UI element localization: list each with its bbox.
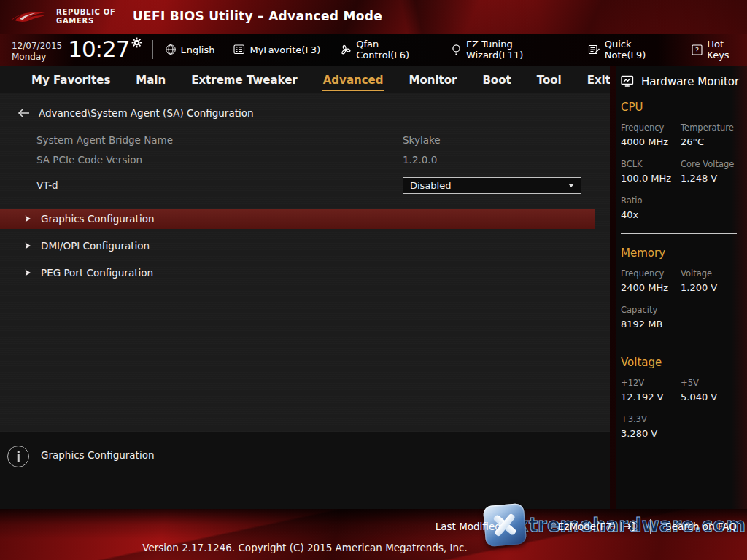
quick-note-button[interactable]: Quick Note(F9) — [588, 39, 673, 61]
myfavorite-label: MyFavorite(F3) — [249, 44, 320, 55]
vt-d-selected-value: Disabled — [410, 180, 451, 191]
sidebar-divider — [621, 343, 737, 343]
readout-memory-capacity: Capacity 8192 MB — [621, 305, 681, 330]
footer: Last Modified EzMode(F7) Search on FAQ V… — [0, 509, 747, 560]
quick-note-label: Quick Note(F9) — [605, 39, 673, 61]
submenu-graphics-configuration[interactable]: Graphics Configuration — [0, 209, 595, 229]
language-label: English — [181, 44, 215, 55]
language-button[interactable]: English — [165, 44, 215, 55]
svg-text:?: ? — [695, 46, 699, 54]
field-label: VT-d — [36, 179, 58, 191]
readout-cpu-frequency: Frequency 4000 MHz — [621, 122, 681, 147]
info-icon — [7, 446, 29, 467]
field-sa-bridge-name: System Agent Bridge Name Skylake — [0, 130, 610, 149]
settings-panel: Advanced\System Agent (SA) Configuration… — [0, 93, 610, 432]
tab-monitor[interactable]: Monitor — [409, 69, 458, 91]
day-text: Monday — [12, 52, 62, 63]
time-text: 10:27 — [68, 38, 129, 61]
field-label: System Agent Bridge Name — [36, 134, 173, 146]
ezmode-button[interactable]: EzMode(F7) — [558, 521, 616, 532]
bios-screen: REPUBLIC OF GAMERS UEFI BIOS Utility – A… — [0, 0, 747, 560]
rog-brand: REPUBLIC OF GAMERS — [12, 3, 116, 31]
qfan-label: Qfan Control(F6) — [356, 39, 432, 61]
brand-line1: REPUBLIC OF — [56, 8, 116, 18]
readout-memory-frequency: Frequency 2400 MHz — [621, 268, 681, 293]
globe-icon — [165, 44, 177, 55]
field-sa-pcie-code-version: SA PCIe Code Version 1.2.0.0 — [0, 149, 610, 169]
toolbar-divider — [152, 40, 153, 59]
submenu-arrow-icon — [25, 269, 31, 276]
tab-main[interactable]: Main — [135, 69, 166, 91]
myfavorite-button[interactable]: MyFavorite(F3) — [233, 44, 320, 55]
field-value: 1.2.0.0 — [403, 154, 437, 166]
favorites-list-icon — [233, 44, 245, 55]
last-modified-button[interactable]: Last Modified — [436, 521, 501, 532]
brand-text: REPUBLIC OF GAMERS — [56, 8, 116, 26]
submenu-dmi-opi-configuration[interactable]: DMI/OPI Configuration — [0, 236, 595, 256]
date-block: 12/07/2015 Monday — [12, 41, 62, 63]
help-text: Graphics Configuration — [41, 449, 154, 461]
hardware-monitor-title: Hardware Monitor — [641, 75, 739, 88]
readout-cpu-temperature: Temperature 26°C — [681, 122, 747, 147]
submenu-label: DMI/OPI Configuration — [41, 240, 150, 252]
section-title-voltage: Voltage — [621, 356, 747, 369]
footer-status-row: Last Modified EzMode(F7) Search on FAQ — [436, 519, 737, 534]
clock-settings-gear-icon[interactable] — [131, 37, 142, 48]
ez-tuning-wizard-button[interactable]: EZ Tuning Wizard(F11) — [451, 39, 569, 61]
fan-icon — [339, 44, 352, 56]
submenu-label: PEG Port Configuration — [41, 267, 153, 279]
tab-exit[interactable]: Exit — [587, 69, 611, 91]
breadcrumb: Advanced\System Agent (SA) Configuration — [0, 93, 610, 122]
submenu-arrow-icon — [25, 242, 31, 249]
sidebar-divider — [621, 233, 737, 234]
help-box: Graphics Configuration — [0, 432, 610, 509]
rog-logo-icon — [12, 3, 50, 31]
exit-to-ezmode-icon[interactable] — [620, 521, 635, 532]
panel-gap — [610, 66, 616, 509]
lightbulb-icon — [451, 44, 462, 56]
submenu-list: Graphics Configuration DMI/OPI Configura… — [0, 209, 610, 283]
hot-keys-button[interactable]: ? Hot Keys — [692, 39, 747, 61]
vt-d-dropdown[interactable]: Disabled — [403, 177, 581, 194]
memory-readouts: Frequency 2400 MHz Voltage 1.200 V Capac… — [621, 268, 747, 330]
tab-advanced[interactable]: Advanced — [322, 69, 384, 91]
tab-my-favorites[interactable]: My Favorites — [31, 69, 111, 91]
hardware-monitor-header: Hardware Monitor — [616, 66, 747, 88]
voltage-readouts: +12V 12.192 V +5V 5.040 V +3.3V 3.280 V — [621, 378, 747, 439]
submenu-arrow-icon — [25, 215, 31, 222]
back-arrow-icon[interactable] — [18, 109, 30, 117]
chevron-down-icon — [568, 184, 574, 187]
search-on-faq-button[interactable]: Search on FAQ — [665, 521, 737, 532]
toolbar: 12/07/2015 Monday 10:27 — [0, 34, 747, 66]
brand-line2: GAMERS — [56, 17, 116, 26]
field-label: SA PCIe Code Version — [36, 154, 142, 166]
footer-divider — [650, 519, 651, 534]
monitor-icon — [621, 75, 635, 88]
tab-boot[interactable]: Boot — [481, 69, 511, 91]
submenu-peg-port-configuration[interactable]: PEG Port Configuration — [0, 262, 595, 283]
readout-core-voltage: Core Voltage 1.248 V — [681, 159, 747, 184]
toolbar-items: English MyFavorite(F3) — [165, 39, 747, 61]
field-value: Skylake — [403, 134, 441, 146]
readout-memory-voltage: Voltage 1.200 V — [681, 268, 747, 293]
readout-bclk: BCLK 100.0 MHz — [621, 159, 681, 184]
fields: System Agent Bridge Name Skylake SA PCIe… — [0, 130, 610, 196]
readout-12v: +12V 12.192 V — [621, 378, 681, 402]
breadcrumb-text: Advanced\System Agent (SA) Configuration — [39, 107, 254, 119]
section-title-memory: Memory — [621, 246, 747, 260]
date-text: 12/07/2015 — [12, 41, 62, 52]
qfan-control-button[interactable]: Qfan Control(F6) — [339, 39, 432, 61]
readout-5v: +5V 5.040 V — [681, 378, 747, 402]
field-vt-d: VT-d Disabled — [0, 174, 610, 196]
ez-tuning-label: EZ Tuning Wizard(F11) — [466, 39, 569, 61]
section-title-cpu: CPU — [621, 101, 747, 114]
question-icon: ? — [692, 44, 703, 55]
submenu-label: Graphics Configuration — [41, 213, 154, 225]
main-menu-tabs: My Favorites Main Extreme Tweaker Advanc… — [0, 66, 616, 93]
clock: 12/07/2015 Monday 10:27 — [12, 37, 142, 63]
readout-ratio: Ratio 40x — [621, 195, 681, 220]
header-banner: REPUBLIC OF GAMERS UEFI BIOS Utility – A… — [0, 0, 747, 34]
tab-tool[interactable]: Tool — [536, 69, 562, 91]
hot-keys-label: Hot Keys — [707, 39, 747, 61]
tab-extreme-tweaker[interactable]: Extreme Tweaker — [190, 69, 298, 91]
